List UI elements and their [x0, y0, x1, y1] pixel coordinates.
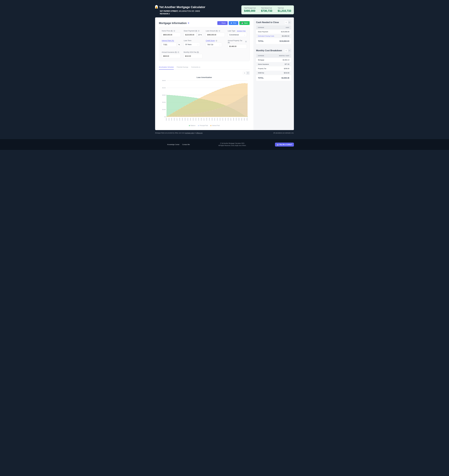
info-icon[interactable]: i: [173, 30, 175, 32]
disclaimer-right: All calculations are estimates only.: [273, 132, 294, 134]
print-icon: 🖶: [230, 22, 232, 24]
svg-point-16: [177, 96, 178, 96]
info-icon[interactable]: i: [178, 51, 179, 53]
svg-point-99: [234, 85, 234, 85]
svg-point-23: [196, 98, 196, 98]
hoa-input[interactable]: [184, 54, 202, 58]
svg-text:2032: 2032: [190, 118, 191, 121]
cash-to-close-table: EXPENSECOST Down Payment$120,000.00Estim…: [256, 25, 291, 44]
svg-point-84: [193, 101, 194, 102]
mortgage-types-link[interactable]: Mortgage Types: [237, 30, 246, 32]
svg-text:2048: 2048: [233, 118, 234, 121]
revision: REVISION 2: [160, 13, 205, 15]
svg-text:2041: 2041: [214, 118, 215, 121]
home-price-input[interactable]: [162, 33, 181, 37]
table-row: Estimated Closing Costs$14,862.63: [256, 34, 291, 38]
interest-rate-label[interactable]: Interest Rate (%): [162, 40, 174, 42]
down-payment-label: Down Payment ($): [184, 30, 197, 32]
list-view-toggle[interactable]: ☰: [285, 21, 288, 24]
closing-costs-link[interactable]: Estimated Closing Costs: [258, 35, 274, 37]
footer-copyright: © Yet Another Mortgage Calculator 2023. …: [219, 142, 246, 147]
summary-total-label: Total Cost: [278, 7, 291, 9]
insurance-input[interactable]: [162, 54, 181, 58]
print-button[interactable]: 🖶Print: [229, 21, 238, 25]
info-icon[interactable]: i: [245, 41, 247, 42]
loan-type-label: Loan Type: [228, 30, 235, 32]
svg-point-93: [218, 90, 218, 91]
tab-savings[interactable]: Potential Savings: [177, 65, 188, 69]
chart-title: Loan Amortization: [159, 76, 250, 78]
svg-text:2033: 2033: [192, 118, 194, 121]
down-payment-pct-input[interactable]: 20 %: [197, 33, 203, 37]
chart-view-toggle[interactable]: ⫯⫯: [246, 71, 249, 75]
chevron-down-icon: ⌄: [219, 44, 220, 45]
svg-point-20: [188, 97, 189, 97]
svg-point-100: [236, 84, 237, 85]
info-icon[interactable]: i: [198, 30, 200, 32]
svg-point-89: [207, 94, 207, 95]
pct-unit: %: [177, 43, 181, 47]
svg-point-82: [188, 104, 189, 105]
credit-score-label[interactable]: Credit Score: [206, 40, 215, 42]
svg-text:2038: 2038: [206, 118, 207, 121]
app-title: Yet Another Mortgage Calculator: [159, 6, 205, 9]
svg-point-81: [185, 106, 186, 106]
down-payment-input[interactable]: [184, 33, 196, 37]
svg-text:2023: 2023: [166, 118, 167, 121]
svg-point-78: [177, 110, 178, 111]
svg-point-91: [212, 92, 213, 93]
monthly-table: EXPENSEMONTHLY COST Mortgage$3,363.13Hom…: [256, 54, 291, 81]
gear-icon[interactable]: ⚙: [188, 22, 189, 24]
share-button[interactable]: ⚬Share: [217, 21, 228, 25]
loan-term-select[interactable]: 30 Years⌄: [184, 42, 200, 47]
svg-point-103: [244, 83, 245, 84]
save-button[interactable]: 💾Save: [239, 21, 250, 25]
credit-score-select[interactable]: 700-719⌄: [206, 43, 222, 47]
svg-text:2039: 2039: [209, 118, 210, 121]
loan-amount-input[interactable]: [206, 33, 225, 37]
svg-text:2034: 2034: [195, 118, 196, 121]
svg-point-101: [239, 84, 240, 84]
table-row: Mortgage$3,363.13: [256, 58, 291, 62]
chart-view-toggle[interactable]: ⫯⫯: [288, 21, 291, 24]
buy-coffee-button[interactable]: ☕Buy Me a Coffee?: [275, 143, 294, 147]
mortgage-rates-link[interactable]: mortgage rates: [185, 132, 194, 134]
zillow-link[interactable]: Zillow.com: [196, 132, 203, 134]
svg-point-96: [226, 87, 226, 87]
svg-text:2049: 2049: [236, 118, 237, 121]
mortgage-info-title: Mortgage Information: [159, 22, 187, 25]
info-icon[interactable]: i: [219, 30, 220, 32]
svg-point-92: [215, 91, 215, 91]
svg-point-76: [172, 113, 172, 114]
svg-point-22: [193, 97, 194, 98]
cash-to-close-title: Cash Needed to Close: [256, 21, 279, 24]
svg-point-87: [201, 97, 202, 97]
list-view-toggle[interactable]: ☰: [285, 49, 288, 52]
summary-total-value: $1,210,733: [278, 9, 291, 12]
chart-view-toggle[interactable]: ⫯⫯: [288, 49, 291, 52]
tab-comments[interactable]: Comments (0): [191, 65, 200, 69]
footer-knowledge-center[interactable]: Knowledge Center: [167, 144, 179, 145]
summary-box: Total Principal Cost $480,000 Total Inte…: [241, 6, 294, 14]
loan-term-label: Loan Term: [184, 40, 191, 42]
svg-text:2035: 2035: [198, 118, 199, 121]
summary-principal-label: Total Principal Cost: [244, 7, 256, 9]
info-icon[interactable]: i: [216, 40, 217, 42]
logo-icon: [155, 6, 158, 9]
footer-contact[interactable]: Contact Me: [182, 144, 190, 145]
svg-text:$160K: $160K: [162, 109, 166, 110]
mortgage-form: Home Price ($)i Down Payment ($)i 20 % L…: [159, 27, 250, 61]
property-tax-input[interactable]: [228, 44, 247, 49]
list-view-toggle[interactable]: ☰: [243, 71, 246, 75]
svg-text:2042: 2042: [217, 118, 218, 121]
legend-principal: Principal Paid: [198, 125, 208, 126]
summary-interest-label: Total Interest Cost: [261, 7, 272, 9]
summary-interest-value: $730,733: [261, 9, 272, 12]
home-price-label: Home Price ($): [162, 30, 173, 32]
loan-type-select[interactable]: Conventional⌄: [228, 33, 247, 37]
svg-text:$800K: $800K: [162, 80, 166, 81]
svg-text:$0: $0: [164, 116, 166, 118]
interest-rate-input[interactable]: [162, 43, 177, 47]
disclaimer-left: Mortgage Rates are provided by Zillow, s…: [155, 132, 203, 134]
tab-amortization[interactable]: Amortization Schedule: [159, 65, 174, 69]
